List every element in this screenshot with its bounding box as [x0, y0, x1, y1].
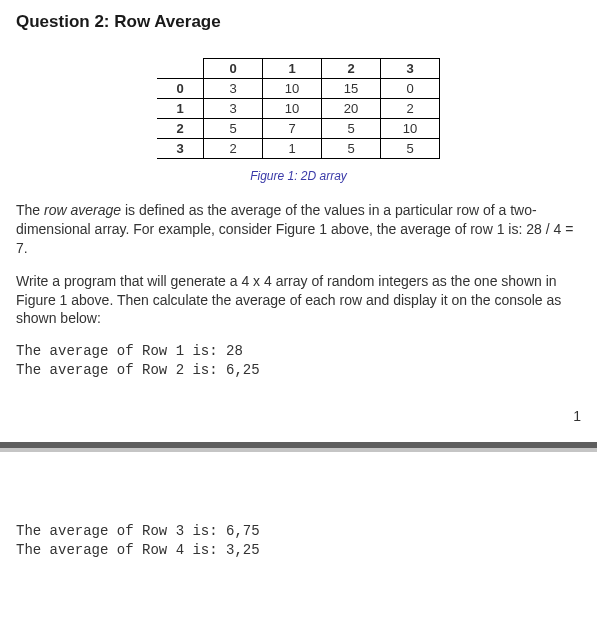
page-number: 1	[16, 408, 581, 424]
text-pre: The	[16, 202, 44, 218]
table-cell: 5	[322, 139, 381, 159]
table-cell: 7	[263, 119, 322, 139]
table-row: 3 2 1 5 5	[157, 139, 440, 159]
italic-term: row average	[44, 202, 121, 218]
table-cell: 3	[204, 79, 263, 99]
row-header: 2	[157, 119, 204, 139]
table-row: 0 3 10 15 0	[157, 79, 440, 99]
document-page: Question 2: Row Average 0 1 2 3 0 3 10 1…	[0, 0, 597, 586]
array-table-wrap: 0 1 2 3 0 3 10 15 0 1 3 10 20 2 2 5	[16, 58, 581, 159]
table-cell: 5	[322, 119, 381, 139]
table-blank-corner	[157, 59, 204, 79]
code-line: The average of Row 4 is: 3,25	[16, 542, 260, 558]
table-cell: 10	[263, 99, 322, 119]
row-header: 3	[157, 139, 204, 159]
table-cell: 0	[381, 79, 440, 99]
page-separator	[0, 442, 597, 452]
array-table: 0 1 2 3 0 3 10 15 0 1 3 10 20 2 2 5	[157, 58, 440, 159]
col-header: 3	[381, 59, 440, 79]
col-header: 0	[204, 59, 263, 79]
question-title: Question 2: Row Average	[16, 12, 581, 32]
console-output-top: The average of Row 1 is: 28 The average …	[16, 342, 581, 380]
table-cell: 5	[381, 139, 440, 159]
paragraph-definition: The row average is defined as the averag…	[16, 201, 581, 258]
table-cell: 1	[263, 139, 322, 159]
table-cell: 3	[204, 99, 263, 119]
table-row: 1 3 10 20 2	[157, 99, 440, 119]
table-cell: 5	[204, 119, 263, 139]
code-line: The average of Row 1 is: 28	[16, 343, 243, 359]
spacer	[16, 452, 581, 522]
table-header-row: 0 1 2 3	[157, 59, 440, 79]
table-cell: 20	[322, 99, 381, 119]
row-header: 1	[157, 99, 204, 119]
table-cell: 15	[322, 79, 381, 99]
table-cell: 10	[381, 119, 440, 139]
table-row: 2 5 7 5 10	[157, 119, 440, 139]
paragraph-instructions: Write a program that will generate a 4 x…	[16, 272, 581, 329]
code-line: The average of Row 3 is: 6,75	[16, 523, 260, 539]
code-line: The average of Row 2 is: 6,25	[16, 362, 260, 378]
console-output-bottom: The average of Row 3 is: 6,75 The averag…	[16, 522, 581, 560]
col-header: 2	[322, 59, 381, 79]
row-header: 0	[157, 79, 204, 99]
col-header: 1	[263, 59, 322, 79]
figure-caption: Figure 1: 2D array	[16, 169, 581, 183]
table-cell: 10	[263, 79, 322, 99]
table-cell: 2	[381, 99, 440, 119]
table-cell: 2	[204, 139, 263, 159]
